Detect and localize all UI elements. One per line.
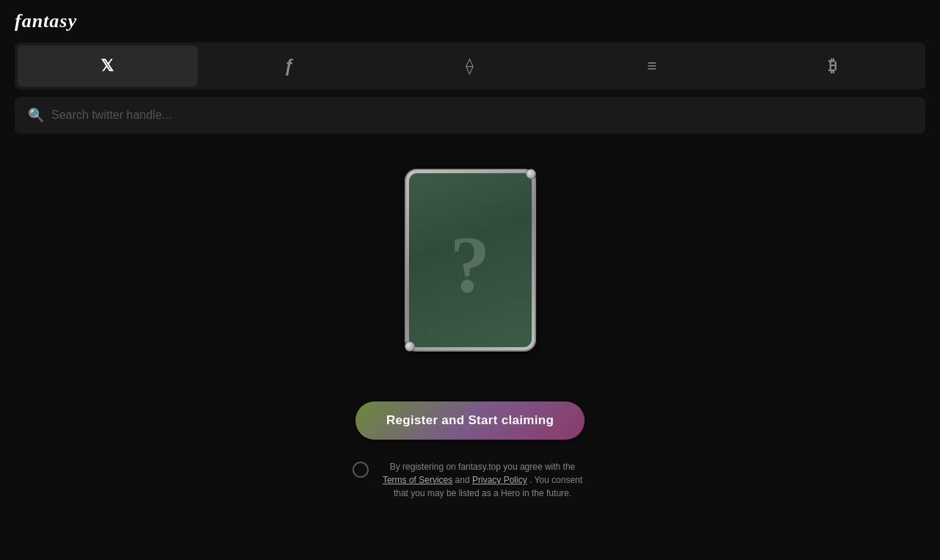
ethereum-icon: ⟠: [466, 57, 474, 76]
tab-fortnite[interactable]: ƒ: [199, 46, 379, 87]
fortnite-icon: ƒ: [284, 56, 294, 76]
solana-icon: ≡: [647, 57, 655, 76]
terms-checkbox[interactable]: [352, 462, 369, 478]
logo: fantasy: [15, 10, 77, 32]
card-bolt-top-right: [526, 169, 536, 179]
tab-ethereum[interactable]: ⟠: [380, 46, 560, 87]
twitter-x-icon: 𝕏: [101, 57, 114, 76]
card-bolt-bottom-left: [405, 341, 415, 352]
terms-text-before: By registering on fantasy.top you agree …: [390, 462, 576, 472]
tab-bar: 𝕏 ƒ ⟠ ≡ ₿: [15, 43, 925, 90]
bitcoin-icon: ₿: [828, 57, 836, 76]
tab-solana[interactable]: ≡: [561, 46, 741, 87]
terms-text: By registering on fantasy.top you agree …: [377, 460, 588, 500]
mystery-card: ?: [406, 170, 535, 350]
card-inner: ?: [409, 173, 532, 347]
question-mark-icon: ?: [450, 224, 491, 305]
terms-of-service-link[interactable]: Terms of Services: [383, 475, 452, 485]
register-button[interactable]: Register and Start claiming: [355, 401, 585, 440]
tab-bitcoin[interactable]: ₿: [742, 46, 922, 87]
terms-text-middle: and: [455, 475, 472, 485]
search-icon: 🔍: [28, 107, 44, 123]
privacy-policy-link[interactable]: Privacy Policy: [472, 475, 527, 485]
main-content: ? Register and Start claiming By registe…: [0, 141, 940, 500]
tab-twitter[interactable]: 𝕏: [18, 46, 198, 87]
search-input[interactable]: [51, 109, 912, 122]
search-bar: 🔍: [15, 97, 925, 134]
header: fantasy: [0, 0, 940, 43]
terms-area: By registering on fantasy.top you agree …: [352, 460, 588, 500]
mystery-card-wrapper: ?: [406, 170, 535, 350]
